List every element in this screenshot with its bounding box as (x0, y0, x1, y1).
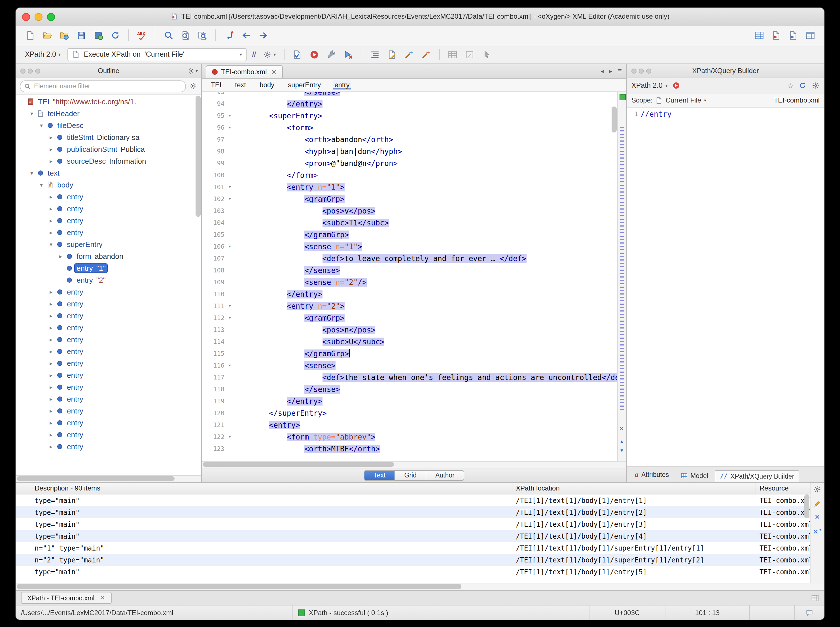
fold-toggle-icon[interactable]: ▾ (226, 122, 234, 134)
outline-node-sourceDesc[interactable]: ▸sourceDescInformation (16, 155, 201, 167)
outline-settings-icon[interactable] (187, 67, 194, 74)
outline-node-entry[interactable]: ▸entry (16, 393, 201, 405)
grid-gray-icon[interactable] (446, 47, 459, 61)
next-tab-icon[interactable]: ▸ (609, 68, 612, 74)
refresh-icon[interactable] (108, 28, 122, 42)
code-line[interactable]: 112▾ <gramGrp> (202, 312, 617, 324)
outline-node-entry[interactable]: entry"1" (16, 262, 201, 274)
code-line[interactable]: 95▾ <superEntry> (202, 110, 617, 122)
results-vertical-scrollbar[interactable] (804, 495, 809, 582)
expand-arrow-icon[interactable]: ▾ (28, 110, 36, 117)
code-line[interactable]: 108 </sense> (202, 265, 617, 276)
close-tab-icon[interactable]: ✕ (100, 594, 105, 602)
breadcrumb-item-TEI[interactable]: TEI (210, 80, 223, 90)
xpath-results-tab[interactable]: XPath - TEI-combo.xml ✕ (21, 592, 112, 604)
spellcheck-icon[interactable]: ABC (135, 28, 148, 42)
code-line[interactable]: 101▾ <entry n="1"> (202, 181, 617, 193)
outline-node-teiHeader[interactable]: ▾teiHeader (16, 108, 201, 120)
wand-icon[interactable] (402, 47, 416, 61)
highlight-pen-icon[interactable] (813, 499, 821, 507)
expand-arrow-icon[interactable]: ▸ (47, 384, 55, 390)
tab-attributes[interactable]: a Attributes (630, 468, 674, 482)
expand-arrow-icon[interactable]: ▸ (47, 348, 55, 354)
grid-table-icon[interactable] (752, 28, 766, 42)
outline-node-entry[interactable]: ▸entry (16, 298, 201, 310)
outline-node-entry[interactable]: ▸entry (16, 191, 201, 203)
column-xpath-location[interactable]: XPath location (512, 482, 756, 494)
folder-open-icon[interactable] (40, 28, 54, 42)
fold-toggle-icon[interactable]: ▾ (226, 300, 234, 312)
next-marker-icon[interactable]: ▼ (619, 448, 624, 453)
search-doc-icon[interactable] (178, 28, 192, 42)
expand-arrow-icon[interactable]: ▸ (47, 360, 55, 367)
outline-node-entry[interactable]: ▸entry (16, 429, 201, 441)
doc-edit-icon[interactable] (385, 47, 399, 61)
status-notifications[interactable] (794, 605, 824, 620)
outline-node-titleStmt[interactable]: ▸titleStmtDictionary sa (16, 131, 201, 143)
result-row[interactable]: n="2" type="main"/TEI[1]/text[1]/body[1]… (16, 554, 824, 566)
clear-highlights-icon[interactable]: ✕ (619, 425, 624, 432)
execute-query-button[interactable] (672, 82, 680, 90)
code-line[interactable]: 104 <subc>T1</subc> (202, 217, 617, 229)
expand-arrow-icon[interactable]: ▸ (47, 443, 55, 450)
outline-node-entry[interactable]: ▸entry (16, 358, 201, 369)
filter-settings-icon[interactable] (189, 82, 197, 90)
expand-arrow-icon[interactable]: ▸ (47, 408, 55, 414)
outline-node-entry[interactable]: ▸entry (16, 322, 201, 334)
outline-node-entry[interactable]: ▸entry (16, 334, 201, 345)
previous-tab-icon[interactable]: ◂ (601, 68, 604, 74)
outline-node-fileDesc[interactable]: ▾fileDesc (16, 120, 201, 131)
outline-node-entry[interactable]: ▸entry (16, 310, 201, 322)
save-web-icon[interactable] (91, 28, 105, 42)
outline-node-text[interactable]: ▾text (16, 167, 201, 179)
result-row[interactable]: type="main"/TEI[1]/text[1]/body[1]/entry… (16, 566, 824, 578)
builder-settings-icon[interactable] (812, 82, 819, 90)
code-line[interactable]: 99 <pron>@"band@n</pron> (202, 158, 617, 169)
outline-node-entry[interactable]: ▸entry (16, 286, 201, 298)
expand-arrow-icon[interactable]: ▸ (47, 158, 55, 164)
result-row[interactable]: type="main"/TEI[1]/text[1]/body[1]/entry… (16, 506, 824, 518)
panel-grid-icon[interactable] (811, 594, 819, 602)
fold-toggle-icon[interactable]: ▾ (226, 431, 234, 443)
code-line[interactable]: 120 </superEntry> (202, 407, 617, 419)
xpath-version-dropdown[interactable]: XPath 2.0 ▾ (22, 49, 64, 60)
doc-check-icon[interactable] (291, 47, 304, 61)
code-line[interactable]: 94 </entry> (202, 98, 617, 110)
outline-node-entry[interactable]: ▸entry (16, 417, 201, 429)
results-settings-icon[interactable] (813, 485, 821, 493)
outline-node-entry[interactable]: entry"2" (16, 274, 201, 286)
play-x-icon[interactable] (341, 47, 355, 61)
code-line[interactable]: 117 <def>the state when one's feelings a… (202, 372, 617, 383)
expand-arrow-icon[interactable]: ▸ (47, 432, 55, 438)
save-icon[interactable] (74, 28, 88, 42)
code-line[interactable]: 100 </form> (202, 169, 617, 181)
outline-node-entry[interactable]: ▸entry (16, 381, 201, 393)
cursor-gray-icon[interactable] (480, 47, 493, 61)
history-icon[interactable] (799, 82, 807, 90)
breadcrumb-item-superEntry[interactable]: superEntry (287, 80, 322, 90)
play-red-icon[interactable] (308, 47, 321, 61)
expand-arrow-icon[interactable]: ▸ (47, 229, 55, 236)
result-row[interactable]: type="main"/TEI[1]/text[1]/body[1]/entry… (16, 530, 824, 542)
fold-toggle-icon[interactable]: ▾ (226, 312, 234, 324)
expand-arrow-icon[interactable]: ▾ (38, 122, 45, 129)
results-horizontal-scrollbar[interactable] (16, 583, 824, 590)
expand-arrow-icon[interactable]: ▸ (47, 313, 55, 319)
query-editor[interactable]: 1 //entry (627, 108, 824, 467)
caret-jump-icon[interactable] (222, 28, 236, 42)
code-line[interactable]: 96▾ <form> (202, 122, 617, 134)
folder-url-icon[interactable] (57, 28, 71, 42)
outline-vertical-scrollbar[interactable] (196, 96, 201, 474)
fold-toggle-icon[interactable]: ▾ (226, 241, 234, 253)
result-row[interactable]: type="main"/TEI[1]/text[1]/body[1]/entry… (16, 495, 824, 506)
doc-xq-icon[interactable]: ✱ (786, 28, 800, 42)
tab-xpath-xquery-builder[interactable]: // XPath/XQuery Builder (715, 470, 799, 482)
editor-vertical-scrollbar[interactable] (611, 93, 617, 460)
code-line[interactable]: 109 <sense n="2"/> (202, 276, 617, 288)
breadcrumb-item-text[interactable]: text (234, 80, 247, 90)
outline-node-entry[interactable]: ▸entry (16, 203, 201, 215)
xpath-settings-dropdown[interactable]: ▾ (259, 49, 279, 60)
outline-horizontal-scrollbar[interactable] (16, 475, 201, 482)
outline-node-entry[interactable]: ▸entry (16, 215, 201, 227)
fold-toggle-icon[interactable]: ▾ (226, 181, 234, 193)
